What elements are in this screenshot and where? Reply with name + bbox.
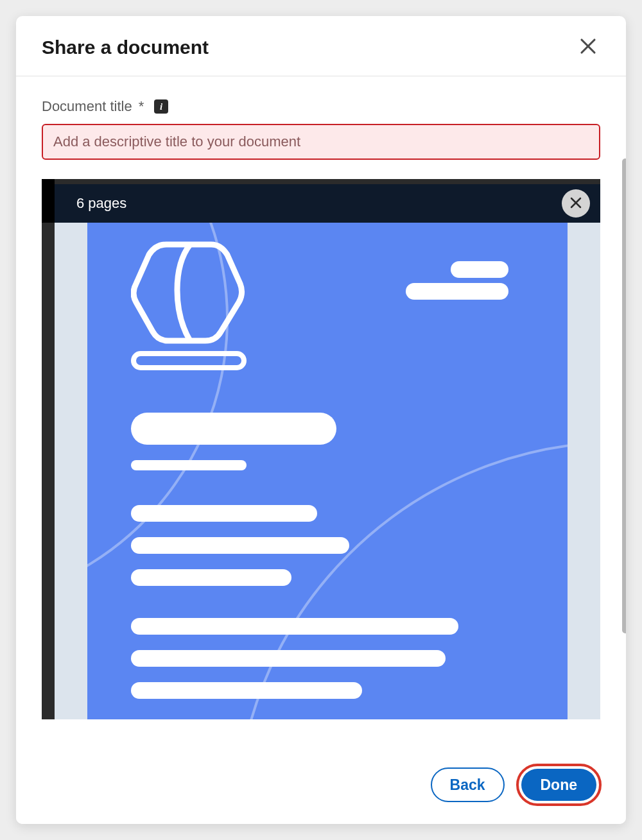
dialog-title: Share a document: [42, 37, 209, 58]
placeholder-line: [131, 618, 458, 635]
remove-document-button[interactable]: [562, 189, 590, 218]
placeholder-bar: [451, 261, 508, 278]
placeholder-line: [131, 537, 349, 554]
document-logo-icon: [131, 236, 247, 345]
placeholder-line: [131, 569, 291, 586]
back-button[interactable]: Back: [431, 767, 505, 802]
close-button[interactable]: [576, 34, 600, 60]
placeholder-bar: [406, 283, 508, 300]
page-count-label: 6 pages: [76, 195, 126, 212]
dialog-footer: Back Done: [16, 750, 626, 824]
dialog-body: Document title * i 6 pages: [16, 76, 626, 750]
document-preview: 6 pages: [42, 179, 600, 719]
placeholder-line: [131, 505, 317, 522]
document-title-label-text: Document title: [42, 98, 132, 115]
dialog-header: Share a document: [16, 16, 626, 76]
scrollbar-thumb[interactable]: [622, 159, 626, 633]
placeholder-line: [131, 682, 362, 699]
required-indicator: *: [139, 98, 144, 115]
close-icon: [578, 37, 598, 58]
preview-canvas[interactable]: [55, 223, 600, 719]
preview-toolbar: 6 pages: [42, 184, 600, 223]
placeholder-line: [131, 650, 446, 667]
share-document-dialog: Share a document Document title * i 6 pa…: [16, 16, 626, 824]
document-page: [87, 223, 568, 719]
done-button-highlight: Done: [516, 764, 602, 806]
placeholder-outline: [131, 351, 247, 370]
placeholder-heading: [131, 413, 336, 445]
placeholder-subtext: [131, 460, 247, 470]
preview-left-strip: [42, 179, 55, 223]
info-icon[interactable]: i: [154, 99, 168, 114]
done-button[interactable]: Done: [521, 769, 597, 801]
document-title-label: Document title * i: [42, 98, 600, 115]
document-title-input[interactable]: [42, 124, 600, 160]
close-icon: [568, 195, 584, 212]
